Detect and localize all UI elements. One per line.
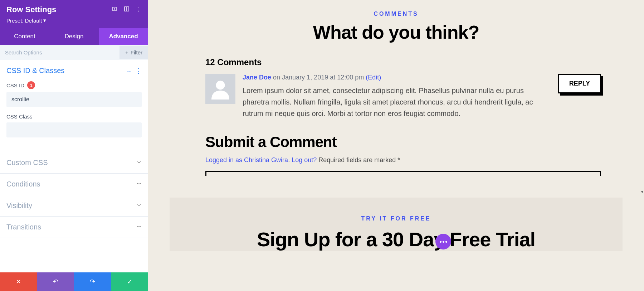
section-title: Visibility — [6, 202, 32, 210]
drag-icon[interactable] — [124, 6, 130, 13]
logged-in-link[interactable]: Logged in as Christina Gwira — [205, 156, 288, 164]
svg-point-1 — [114, 9, 115, 9]
more-icon[interactable]: ⋮ — [136, 6, 142, 13]
section-transitions: Transitions ﹀ — [0, 217, 148, 238]
expand-arrow-icon[interactable]: ▾ — [641, 189, 643, 194]
trial-label: TRY IT FOR FREE — [170, 215, 623, 222]
css-id-badge: 1 — [27, 81, 35, 89]
section-menu-icon[interactable]: ⋮ — [135, 67, 142, 75]
close-button[interactable]: ✕ — [0, 272, 37, 291]
search-input[interactable] — [0, 45, 119, 60]
preset-selector[interactable]: Preset: Default ▾ — [6, 17, 142, 24]
avatar — [205, 74, 235, 104]
search-row: + Filter — [0, 45, 148, 60]
svg-point-4 — [216, 81, 225, 90]
submit-meta: Logged in as Christina Gwira. Log out? R… — [205, 156, 623, 164]
chevron-down-icon: ▾ — [43, 17, 46, 24]
section-header-transitions[interactable]: Transitions ﹀ — [0, 217, 148, 238]
fab-button[interactable] — [435, 234, 451, 249]
css-class-input[interactable] — [6, 122, 142, 137]
tabs: Content Design Advanced — [0, 28, 148, 45]
panel-body: CSS ID & Classes ︿ ⋮ CSS ID 1 CSS Class — [0, 60, 148, 272]
tab-content[interactable]: Content — [0, 28, 49, 45]
section-custom-css: Custom CSS ﹀ — [0, 152, 148, 174]
section-conditions: Conditions ﹀ — [0, 174, 148, 195]
tab-advanced[interactable]: Advanced — [99, 28, 148, 45]
redo-button[interactable]: ↷ — [74, 272, 111, 291]
plus-icon: + — [125, 49, 128, 55]
comments-label: COMMENTS — [170, 11, 623, 17]
comment-date: on January 1, 2019 at 12:00 pm — [273, 74, 364, 81]
dots-icon — [440, 241, 447, 243]
comments-count: 12 Comments — [205, 57, 623, 67]
css-id-input[interactable] — [6, 92, 142, 107]
reply-button[interactable]: REPLY — [558, 74, 601, 93]
comment-textarea-top[interactable] — [205, 171, 601, 176]
css-id-label: CSS ID 1 — [6, 81, 142, 89]
submit-heading: Submit a Comment — [205, 134, 623, 151]
chevron-down-icon: ﹀ — [137, 181, 142, 188]
section-title: Custom CSS — [6, 159, 48, 167]
section-header-custom-css[interactable]: Custom CSS ﹀ — [0, 152, 148, 173]
section-visibility: Visibility ﹀ — [0, 195, 148, 217]
chevron-down-icon: ﹀ — [137, 160, 142, 166]
section-header-css-id-classes[interactable]: CSS ID & Classes ︿ ⋮ — [0, 60, 148, 81]
section-header-visibility[interactable]: Visibility ﹀ — [0, 195, 148, 216]
preview-pane[interactable]: COMMENTS What do you think? 12 Comments … — [148, 0, 644, 291]
bottom-bar: ✕ ↶ ↷ ✓ — [0, 272, 148, 291]
comment-item: Jane Doe on January 1, 2019 at 12:00 pm … — [205, 74, 601, 119]
comments-heading: What do you think? — [170, 21, 623, 43]
section-css-id-classes: CSS ID & Classes ︿ ⋮ CSS ID 1 CSS Class — [0, 60, 148, 152]
comment-meta: Jane Doe on January 1, 2019 at 12:00 pm … — [243, 74, 551, 81]
panel-title: Row Settings — [6, 5, 56, 14]
filter-label: Filter — [131, 49, 142, 55]
edit-link[interactable]: (Edit) — [366, 74, 381, 81]
settings-sidebar: Row Settings ⋮ Preset: Default ▾ Content… — [0, 0, 148, 291]
comment-text: Lorem ipsum dolor sit amet, consectetur … — [243, 85, 551, 119]
comment-author[interactable]: Jane Doe — [243, 74, 271, 81]
undo-button[interactable]: ↶ — [37, 272, 74, 291]
css-class-label: CSS Class — [6, 113, 142, 120]
sidebar-header: Row Settings ⋮ Preset: Default ▾ — [0, 0, 148, 28]
preset-label: Preset: Default — [6, 18, 42, 24]
logout-link[interactable]: Log out? — [292, 156, 317, 164]
trial-section: TRY IT FOR FREE Sign Up for a 30 Day Fre… — [170, 198, 623, 251]
save-button[interactable]: ✓ — [111, 272, 148, 291]
chevron-down-icon: ﹀ — [137, 224, 142, 231]
expand-icon[interactable] — [112, 6, 117, 13]
section-header-conditions[interactable]: Conditions ﹀ — [0, 174, 148, 195]
tab-design[interactable]: Design — [49, 28, 99, 45]
section-title: Conditions — [6, 180, 40, 188]
required-text: Required fields are marked * — [318, 156, 400, 164]
filter-button[interactable]: + Filter — [119, 46, 148, 59]
chevron-down-icon: ﹀ — [137, 203, 142, 209]
chevron-up-icon: ︿ — [127, 68, 132, 74]
trial-heading: Sign Up for a 30 Day Free Trial — [170, 228, 623, 251]
section-title: CSS ID & Classes — [6, 67, 64, 75]
section-title: Transitions — [6, 223, 41, 231]
